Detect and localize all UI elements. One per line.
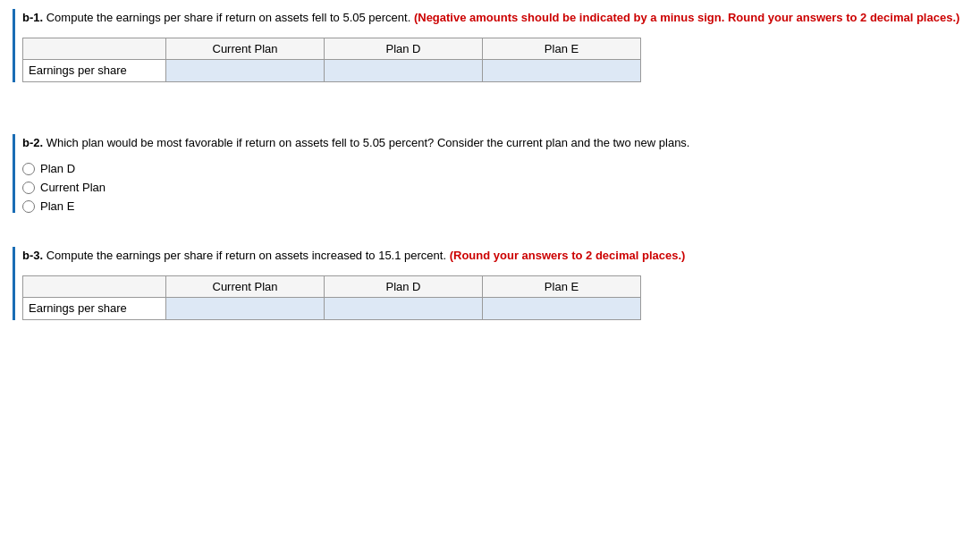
b3-header-current-plan: Current Plan (166, 275, 325, 297)
b1-instruction-text: Compute the earnings per share if return… (46, 11, 414, 24)
spacer-1 (13, 98, 967, 116)
b3-header-plan-d: Plan D (325, 275, 483, 297)
b2-instruction: b-2. Which plan would be most favorable … (22, 134, 967, 152)
b1-input-current-plan-field[interactable] (166, 60, 324, 81)
b3-instruction-red: (Round your answers to 2 decimal places.… (450, 249, 686, 262)
b3-table-container: Current Plan Plan D Plan E Earnings per … (22, 275, 967, 320)
b3-instruction: b-3. Compute the earnings per share if r… (22, 247, 967, 265)
b2-radio-current-plan[interactable] (22, 182, 35, 194)
b3-row-label: Earnings per share (23, 297, 166, 319)
b1-row-eps: Earnings per share (23, 59, 641, 81)
b1-header-plan-e: Plan E (483, 38, 641, 59)
b1-input-plan-e-field[interactable] (483, 60, 640, 81)
b2-label: b-2. (22, 136, 46, 149)
b3-input-plan-d[interactable] (325, 297, 483, 319)
b1-label: b-1. (22, 11, 46, 24)
b2-option-plan-d[interactable]: Plan D (22, 162, 967, 175)
b3-input-plan-d-field[interactable] (325, 298, 482, 319)
b2-option-plan-d-label: Plan D (40, 162, 75, 175)
b1-input-current-plan[interactable] (166, 59, 325, 81)
b2-option-current-plan[interactable]: Current Plan (22, 181, 967, 194)
b2-section: b-2. Which plan would be most favorable … (13, 134, 967, 214)
b1-instruction: b-1. Compute the earnings per share if r… (22, 9, 967, 27)
b3-section: b-3. Compute the earnings per share if r… (13, 247, 967, 320)
b2-option-plan-e-label: Plan E (40, 199, 74, 213)
b2-option-current-plan-label: Current Plan (40, 181, 106, 194)
b1-table-container: Current Plan Plan D Plan E Earnings per … (22, 38, 967, 82)
spacer-2 (13, 116, 967, 134)
b1-table: Current Plan Plan D Plan E Earnings per … (22, 38, 641, 82)
b2-option-plan-e[interactable]: Plan E (22, 199, 967, 213)
b3-header-empty (23, 275, 166, 297)
spacer-3 (13, 229, 967, 247)
b1-input-plan-e[interactable] (483, 59, 641, 81)
b2-radio-plan-d[interactable] (22, 163, 35, 175)
b1-input-plan-d[interactable] (325, 59, 483, 81)
b3-table: Current Plan Plan D Plan E Earnings per … (22, 275, 641, 320)
b3-input-plan-e[interactable] (483, 297, 641, 319)
b3-header-plan-e: Plan E (483, 275, 641, 297)
b3-row-eps: Earnings per share (23, 297, 641, 319)
b1-instruction-red: (Negative amounts should be indicated by… (414, 11, 959, 24)
b3-instruction-text: Compute the earnings per share if return… (46, 249, 450, 262)
b3-input-current-plan-field[interactable] (166, 298, 324, 319)
b1-section: b-1. Compute the earnings per share if r… (13, 9, 967, 82)
b2-radio-group: Plan D Current Plan Plan E (22, 162, 967, 213)
b1-input-plan-d-field[interactable] (325, 60, 482, 81)
b3-input-current-plan[interactable] (166, 297, 325, 319)
b2-instruction-text: Which plan would be most favorable if re… (46, 136, 690, 149)
b3-label: b-3. (22, 249, 46, 262)
b1-row-label: Earnings per share (23, 59, 166, 81)
b1-header-plan-d: Plan D (325, 38, 483, 59)
b3-input-plan-e-field[interactable] (483, 298, 640, 319)
b2-radio-plan-e[interactable] (22, 200, 35, 213)
b1-header-empty (23, 38, 166, 59)
b1-header-current-plan: Current Plan (166, 38, 325, 59)
